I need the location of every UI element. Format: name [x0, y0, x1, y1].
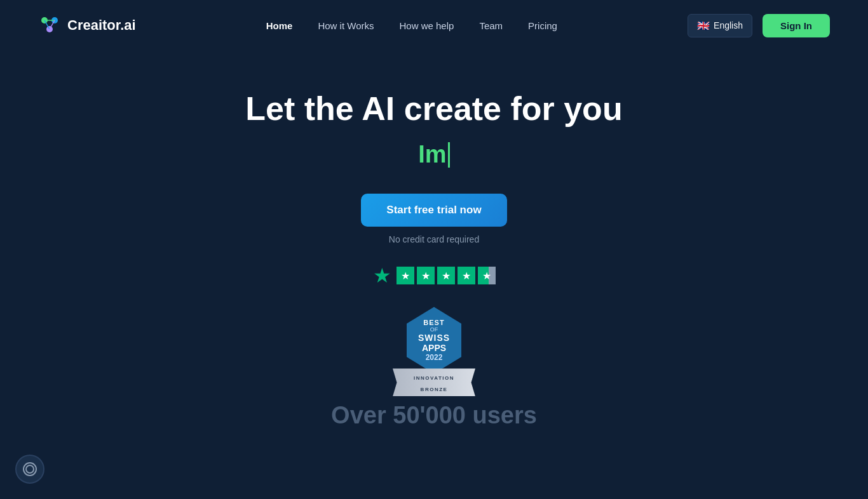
nav-home[interactable]: Home [266, 20, 293, 31]
navbar: Creaitor.ai Home How it Works How we hel… [0, 0, 868, 51]
tp-star-2: ★ [417, 267, 435, 284]
language-selector[interactable]: 🇬🇧 English [688, 14, 752, 37]
users-count-text: Over 50'000 users [331, 402, 537, 429]
tp-star-4: ★ [458, 267, 475, 284]
logo-icon [38, 14, 61, 37]
trustpilot-stars: ★ ★ ★ ★ ★ [397, 267, 496, 284]
chat-icon [23, 462, 37, 476]
ribbon-text: INNOVATION BRONZE [414, 375, 454, 392]
navbar-right: 🇬🇧 English Sign In [688, 14, 830, 37]
cta-button[interactable]: Start free trial now [361, 194, 506, 227]
logo-text: Creaitor.ai [67, 17, 136, 34]
nav-team[interactable]: Team [479, 20, 503, 31]
text-cursor [448, 142, 450, 168]
hero-title: Let the AI create for you [245, 89, 622, 128]
badge-apps: APPS [422, 343, 446, 353]
no-credit-text: No credit card required [389, 234, 479, 244]
nav-how-we-help[interactable]: How we help [400, 20, 454, 31]
badge-hexagon: BEST OF SWISS APPS 2022 [402, 307, 466, 373]
badge-swiss: SWISS [418, 333, 450, 343]
animated-text-content: Im [418, 141, 446, 168]
logo-area: Creaitor.ai [38, 14, 136, 37]
badge-ribbon: INNOVATION BRONZE [393, 368, 475, 396]
language-label: English [714, 20, 743, 30]
award-badge: BEST OF SWISS APPS 2022 INNOVATION BRONZ… [393, 307, 475, 383]
tp-star-5-half: ★ [478, 267, 496, 284]
hero-animated-text: Im [418, 141, 449, 168]
hero-section: Let the AI create for you Im Start free … [0, 51, 868, 455]
badge-year: 2022 [426, 353, 443, 362]
flag-icon: 🇬🇧 [697, 20, 710, 32]
chat-widget[interactable] [15, 455, 44, 484]
trustpilot-widget: ★ ★ ★ ★ ★ ★ [373, 263, 496, 288]
signin-button[interactable]: Sign In [763, 14, 830, 37]
nav-links: Home How it Works How we help Team Prici… [266, 20, 557, 31]
badge-of: OF [430, 326, 438, 333]
trustpilot-big-star: ★ [373, 263, 391, 288]
badge-best: BEST [423, 319, 444, 326]
tp-star-1: ★ [397, 267, 414, 284]
nav-how-it-works[interactable]: How it Works [318, 20, 374, 31]
tp-star-3: ★ [437, 267, 455, 284]
nav-pricing[interactable]: Pricing [528, 20, 557, 31]
